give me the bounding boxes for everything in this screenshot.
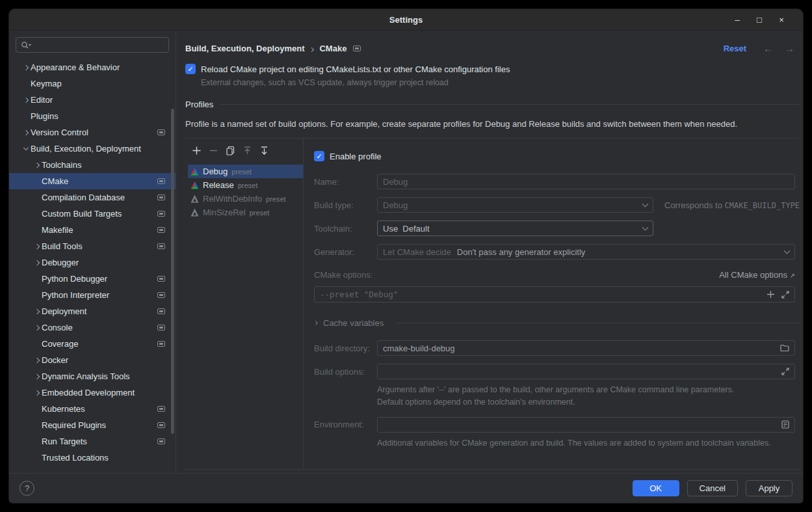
environment-field[interactable] bbox=[377, 417, 795, 433]
expand-icon[interactable] bbox=[781, 291, 789, 299]
minimize-icon[interactable]: – bbox=[726, 9, 748, 30]
sidebar-item-required-plugins[interactable]: Required Plugins bbox=[9, 417, 176, 433]
sidebar-item-run-targets[interactable]: Run Targets bbox=[9, 433, 176, 450]
enable-profile-row: ✓ Enable profile bbox=[314, 151, 800, 161]
build-type-value: Debug bbox=[383, 200, 408, 210]
sidebar-item-coverage[interactable]: Coverage bbox=[9, 336, 176, 352]
sidebar-item-keymap[interactable]: Keymap bbox=[9, 75, 176, 92]
sidebar-item-debugger[interactable]: Debugger bbox=[9, 254, 176, 271]
expand-icon[interactable] bbox=[781, 368, 789, 375]
sidebar-item-label: Keymap bbox=[31, 79, 62, 88]
chevron-right-icon bbox=[313, 321, 318, 325]
build-type-select[interactable]: Debug bbox=[377, 197, 653, 213]
sidebar-item-embedded-development[interactable]: Embedded Development bbox=[9, 384, 176, 401]
history-back-icon[interactable]: ← bbox=[763, 43, 773, 54]
help-button[interactable]: ? bbox=[20, 481, 34, 496]
cache-divider bbox=[396, 323, 800, 323]
build-options-field[interactable] bbox=[377, 364, 795, 379]
copy-profile-button[interactable] bbox=[224, 144, 236, 156]
chevron-right-icon[interactable] bbox=[32, 358, 42, 362]
name-field[interactable]: Debug bbox=[377, 174, 795, 189]
add-profile-button[interactable] bbox=[190, 144, 202, 156]
sidebar-item-build-execution-deployment[interactable]: Build, Execution, Deployment bbox=[9, 141, 176, 157]
breadcrumb-parent[interactable]: Build, Execution, Deployment bbox=[185, 44, 304, 53]
cache-variables-toggle[interactable]: Cache variables bbox=[314, 318, 800, 328]
add-option-icon[interactable] bbox=[766, 290, 775, 299]
settings-badge-icon bbox=[157, 438, 165, 444]
sidebar-item-docker[interactable]: Docker bbox=[9, 352, 176, 368]
ok-button[interactable]: OK bbox=[633, 480, 679, 496]
sidebar-item-label: Toolchains bbox=[42, 160, 81, 170]
all-cmake-options-link[interactable]: All CMake options ↗ bbox=[719, 270, 795, 280]
enable-profile-checkbox[interactable]: ✓ bbox=[314, 151, 324, 161]
history-forward-icon[interactable]: → bbox=[785, 43, 794, 54]
chevron-right-icon[interactable] bbox=[21, 131, 31, 135]
profile-item-debug[interactable]: Debugpreset bbox=[188, 165, 303, 178]
profile-name: Release bbox=[203, 180, 234, 190]
sidebar-item-label: Docker bbox=[42, 355, 68, 365]
reload-cmake-label: Reload CMake project on editing CMakeLis… bbox=[201, 64, 510, 74]
sidebar-item-custom-build-targets[interactable]: Custom Build Targets bbox=[9, 206, 176, 222]
sidebar-item-appearance-behavior[interactable]: Appearance & Behavior bbox=[9, 59, 176, 75]
remove-profile-button[interactable] bbox=[207, 144, 219, 156]
sidebar-item-cmake[interactable]: CMake bbox=[9, 173, 176, 189]
chevron-right-icon[interactable] bbox=[32, 310, 42, 314]
toolchain-label: Toolchain: bbox=[314, 224, 377, 234]
close-icon[interactable]: × bbox=[770, 9, 792, 30]
profile-item-release[interactable]: Releasepreset bbox=[188, 178, 303, 192]
settings-search[interactable] bbox=[16, 37, 169, 53]
chevron-right-icon[interactable] bbox=[32, 245, 42, 249]
move-down-button[interactable] bbox=[258, 144, 270, 156]
profile-form: ✓ Enable profile Name: Debug Build type:… bbox=[304, 139, 800, 469]
sidebar-item-makefile[interactable]: Makefile bbox=[9, 222, 176, 238]
chevron-right-icon[interactable] bbox=[32, 261, 42, 265]
sidebar-item-version-control[interactable]: Version Control bbox=[9, 124, 176, 141]
sidebar-item-toolchains[interactable]: Toolchains bbox=[9, 157, 176, 173]
cmake-options-field[interactable]: --preset "Debug" bbox=[314, 286, 795, 303]
chevron-right-icon[interactable] bbox=[32, 163, 42, 167]
chevron-down-icon bbox=[784, 247, 791, 254]
chevron-right-icon[interactable] bbox=[32, 326, 42, 330]
chevron-right-icon[interactable] bbox=[32, 375, 42, 379]
sidebar-item-label: Python Interpreter bbox=[42, 290, 109, 300]
maximize-icon[interactable]: □ bbox=[748, 9, 770, 30]
sidebar-item-label: Required Plugins bbox=[42, 420, 106, 430]
sidebar-scrollbar[interactable] bbox=[171, 109, 174, 434]
build-directory-field[interactable]: cmake-build-debug bbox=[377, 340, 795, 356]
apply-button[interactable]: Apply bbox=[746, 480, 792, 496]
profile-name: MinSizeRel bbox=[203, 208, 246, 217]
dialog-footer: ? OK Cancel Apply bbox=[9, 473, 803, 503]
sidebar-item-console[interactable]: Console bbox=[9, 319, 176, 336]
variables-list-icon[interactable] bbox=[781, 420, 789, 429]
sidebar-item-python-debugger[interactable]: Python Debugger bbox=[9, 271, 176, 287]
chevron-right-icon[interactable] bbox=[21, 66, 31, 70]
reset-link[interactable]: Reset bbox=[724, 44, 746, 53]
reload-cmake-checkbox[interactable]: ✓ bbox=[185, 64, 196, 74]
sidebar-item-python-interpreter[interactable]: Python Interpreter bbox=[9, 287, 176, 303]
sidebar-item-plugins[interactable]: Plugins bbox=[9, 108, 176, 124]
toolchain-select[interactable]: Use Default bbox=[377, 221, 653, 236]
settings-badge-icon bbox=[157, 406, 165, 412]
profile-item-minsizerel[interactable]: MinSizeRelpreset bbox=[188, 206, 303, 219]
cmake-logo-icon bbox=[190, 167, 199, 176]
sidebar-item-editor[interactable]: Editor bbox=[9, 92, 176, 108]
chevron-down-icon[interactable] bbox=[21, 148, 31, 150]
cancel-button[interactable]: Cancel bbox=[687, 480, 738, 496]
chevron-right-icon[interactable] bbox=[32, 391, 42, 395]
chevron-right-icon[interactable] bbox=[21, 98, 31, 102]
sidebar-item-compilation-database[interactable]: Compilation Database bbox=[9, 189, 176, 206]
move-up-button[interactable] bbox=[241, 144, 253, 156]
build-options-label: Build options: bbox=[314, 367, 377, 377]
settings-badge-icon bbox=[157, 211, 165, 217]
window-controls: – □ × bbox=[726, 9, 792, 30]
search-input[interactable] bbox=[34, 40, 151, 50]
sidebar-item-dynamic-analysis-tools[interactable]: Dynamic Analysis Tools bbox=[9, 368, 176, 384]
generator-select[interactable]: Let CMake decide Don't pass any generato… bbox=[377, 244, 795, 260]
profile-item-relwithdebinfo[interactable]: RelWithDebInfopreset bbox=[188, 192, 303, 206]
folder-icon[interactable] bbox=[780, 344, 789, 352]
sidebar-item-build-tools[interactable]: Build Tools bbox=[9, 238, 176, 254]
sidebar-item-trusted-locations[interactable]: Trusted Locations bbox=[9, 450, 176, 466]
sidebar-item-kubernetes[interactable]: Kubernetes bbox=[9, 401, 176, 417]
profiles-panel: DebugpresetReleasepresetRelWithDebInfopr… bbox=[185, 138, 800, 470]
sidebar-item-deployment[interactable]: Deployment bbox=[9, 303, 176, 319]
